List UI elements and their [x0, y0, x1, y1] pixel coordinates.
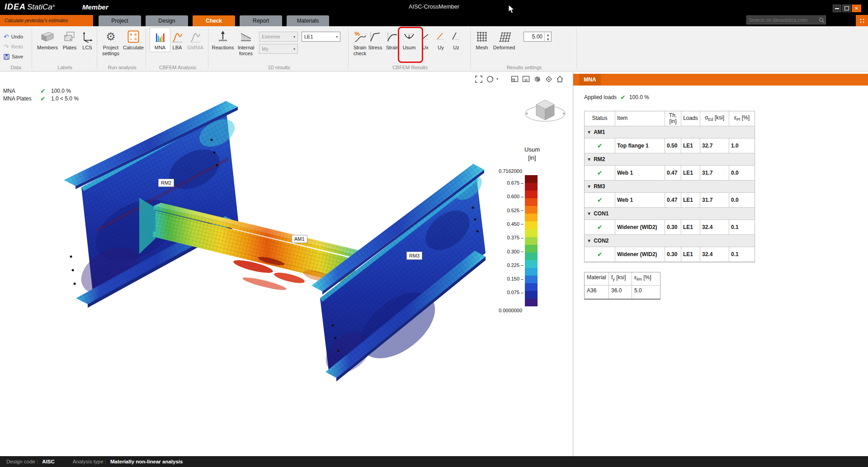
collapse-group-icon[interactable]: ▼ [588, 212, 590, 216]
results-tab-mna[interactable]: MNA [579, 74, 601, 86]
uy-button[interactable]: Uy [435, 29, 447, 51]
group-separator [348, 28, 349, 69]
viewport-3d[interactable]: MNA ✔ 100.0 % MNA Plates ✔ 1.0 < 5.0 % ▾ [0, 72, 573, 456]
check-table-group-row[interactable]: ▼CON2 [585, 235, 755, 247]
legend-tick-label: 0.225 [484, 262, 524, 268]
legend-tick-label: 0.600 [484, 193, 524, 200]
group-label-data: Data [0, 65, 32, 70]
loadcase-value: LE1 [304, 34, 313, 39]
group-label-cbfem: CBFEM Analysis [147, 65, 208, 70]
maximize-button[interactable] [842, 5, 851, 12]
internal-forces-button[interactable]: Internalforces [235, 29, 257, 56]
member-label-rm3[interactable]: RM3 [406, 252, 422, 260]
collapse-group-icon[interactable]: ▼ [588, 157, 590, 162]
legend-color-segment [525, 253, 538, 260]
check-table-group-row[interactable]: ▼RM3 [585, 181, 755, 193]
spin-up-icon[interactable]: ▲ [545, 32, 551, 37]
header-fy: fy [ksi] [609, 272, 632, 286]
members-labels-button[interactable]: Members [35, 29, 60, 51]
collapse-group-icon[interactable]: ▼ [588, 239, 590, 243]
header-material: Material [585, 272, 609, 286]
undo-button[interactable]: ↶ Undo [4, 33, 23, 41]
my-dropdown[interactable]: My ▾ [259, 44, 298, 54]
ux-icon [421, 29, 430, 44]
deformed-scale-spinner[interactable]: 5.00 ▲ ▼ [524, 32, 552, 42]
loadcase-dropdown[interactable]: LE1 ▾ [302, 32, 340, 42]
group-name: RM3 [594, 183, 605, 190]
mna-analysis-button[interactable]: MNA [150, 28, 170, 52]
lba-analysis-button[interactable]: LBA [170, 29, 184, 51]
lcs-labels-button[interactable]: LCS [80, 29, 95, 51]
search-input[interactable] [747, 17, 817, 23]
legend-color-segment [525, 206, 538, 214]
check-table-row[interactable]: ✔Top flange 10.50LE132.71.0 [585, 138, 755, 153]
calculate-button[interactable]: +×−= Calculate [123, 29, 144, 51]
minimize-button[interactable] [833, 5, 841, 12]
home-view-icon[interactable] [555, 74, 565, 84]
sigma-cell: 32.4 [700, 220, 729, 235]
usum-button[interactable]: Usum [401, 29, 417, 51]
tab-report[interactable]: Report [240, 15, 282, 26]
redo-button[interactable]: ↷ Redo [4, 43, 23, 51]
plates-labels-button[interactable]: Plates [61, 29, 79, 51]
member-label-am1[interactable]: AM1 [292, 235, 307, 243]
left-beam-rm2[interactable] [64, 101, 239, 308]
epsilon-cell: 0.0 [729, 166, 755, 181]
side-panel-toggle-button[interactable] [856, 15, 868, 26]
right-beam-rm3[interactable] [311, 164, 486, 381]
solid-view-icon[interactable] [533, 74, 542, 84]
gmnia-analysis-button[interactable]: GMNIA [185, 29, 205, 51]
header-thickness: Th.[in] [665, 111, 681, 126]
navigation-cube[interactable] [524, 95, 566, 129]
collapse-group-icon[interactable]: ▼ [588, 185, 590, 189]
project-settings-button[interactable]: ⚙ Projectsettings [100, 29, 121, 56]
check-table-row[interactable]: ✔Widener (WID2)0.30LE132.40.1 [585, 247, 755, 262]
gmnia-curve-icon [189, 29, 201, 44]
design-code-label: Design code : [6, 459, 38, 464]
mesh-toggle-button[interactable]: Mesh [473, 29, 491, 51]
close-button[interactable]: ✕ [852, 5, 861, 12]
material-row[interactable]: A36 36.0 5.0 [585, 286, 660, 299]
search-icon[interactable] [817, 16, 826, 24]
material-table-header: Material fy [ksi] εlim [%] [585, 272, 660, 286]
group-name: CON1 [594, 210, 609, 217]
iso-view-icon[interactable] [521, 74, 531, 84]
check-table-row[interactable]: ✔Web 10.47LE131.70.0 [585, 193, 755, 208]
check-table-group-row[interactable]: ▼RM2 [585, 153, 755, 166]
legend-tick-label: 0.150 [484, 276, 524, 282]
strain-check-label: Straincheck [354, 45, 367, 56]
collapse-group-icon[interactable]: ▼ [588, 130, 590, 134]
orbit-menu-chevron-icon[interactable]: ▾ [496, 77, 498, 81]
mesh-grid-icon [476, 29, 488, 44]
orbit-icon[interactable] [485, 74, 495, 84]
check-table-row[interactable]: ✔Widener (WID2)0.30LE132.40.1 [585, 220, 755, 235]
member-label-rm2[interactable]: RM2 [158, 179, 174, 187]
tab-project[interactable]: Project [99, 15, 141, 26]
clipping-plane-icon[interactable] [544, 74, 553, 84]
eps-unit: [%] [643, 274, 651, 281]
stress-button[interactable]: Stress [367, 29, 383, 51]
analysis-type-label: Analysis type : [73, 459, 106, 464]
front-view-icon[interactable] [510, 74, 519, 84]
zoom-extents-icon[interactable] [474, 74, 483, 84]
status-ok-icon: ✔ [597, 169, 603, 176]
legend-tick-label: 0.300 [484, 248, 524, 255]
th-line1: Th. [669, 112, 677, 119]
check-table-group-row[interactable]: ▼CON1 [585, 208, 755, 220]
strain-button[interactable]: Strain [384, 29, 401, 51]
check-table-group-row[interactable]: ▼AM1 [585, 126, 755, 138]
scale-value[interactable]: 5.00 [524, 32, 544, 41]
tab-materials[interactable]: Materials [287, 15, 329, 26]
deformed-toggle-button[interactable]: Deformed [492, 29, 516, 51]
save-button[interactable]: Save [4, 52, 23, 61]
tab-design[interactable]: Design [146, 15, 188, 26]
check-table-row[interactable]: ✔Web 10.47LE131.70.0 [585, 166, 755, 181]
grid-dots-icon [859, 18, 865, 24]
uz-button[interactable]: Uz [450, 29, 462, 51]
spin-down-icon[interactable]: ▼ [545, 37, 551, 41]
ux-button[interactable]: Ux [420, 29, 431, 51]
extreme-dropdown[interactable]: Extreme ▾ [259, 32, 298, 42]
group-label-1d: 1D results [210, 65, 348, 70]
tab-check[interactable]: Check [193, 15, 235, 26]
reactions-button[interactable]: Reactions [212, 29, 233, 51]
